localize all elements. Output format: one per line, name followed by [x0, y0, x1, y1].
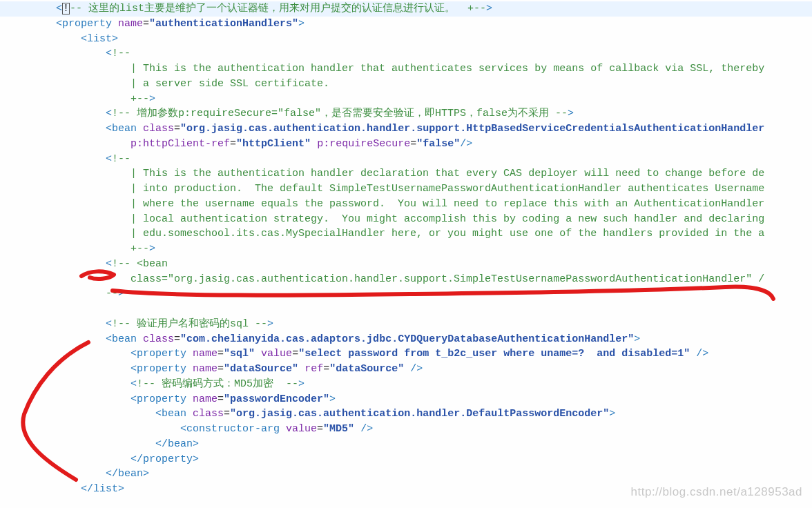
code-line: class="org.jasig.cas.authentication.hand…	[0, 272, 812, 287]
code-line: <!--	[0, 46, 812, 61]
code-line: </list>	[0, 482, 812, 497]
code-line: <constructor-arg value="MD5" />	[0, 422, 812, 437]
code-line: <property name="dataSource" ref="dataSou…	[0, 362, 812, 377]
code-line: </property>	[0, 452, 812, 467]
code-line: +-->	[0, 92, 812, 107]
code-line: | This is the authentication handler tha…	[0, 61, 812, 77]
code-line: <!-- 验证用户名和密码的sql -->	[0, 317, 812, 332]
code-line: | a server side SSL certificate.	[0, 77, 812, 92]
code-line: | into production. The default SimpleTes…	[0, 182, 812, 197]
code-line: </bean>	[0, 467, 812, 482]
code-line: <bean class="org.jasig.cas.authenticatio…	[0, 407, 812, 422]
code-line: <!--	[0, 152, 812, 167]
code-line: | local authentication strategy. You mig…	[0, 212, 812, 227]
code-line: <property name="authenticationHandlers">	[0, 17, 812, 32]
code-line: +-->	[0, 242, 812, 257]
code-line: <!-- <bean	[0, 257, 812, 272]
code-line: -->	[0, 286, 812, 302]
code-line: | where the username equals the password…	[0, 197, 812, 212]
code-line: <bean class="org.jasig.cas.authenticatio…	[0, 121, 812, 137]
code-line: <!-- 增加参数p:requireSecure="false"，是否需要安全验…	[0, 106, 812, 121]
code-line: | edu.someschool.its.cas.MySpecialHandle…	[0, 226, 812, 242]
code-block: <!-- 这里的list主要是维护了一个认证器链，用来对用户提交的认证信息进行认…	[0, 0, 812, 497]
code-line: <!-- 密码编码方式：MD5加密 -->	[0, 377, 812, 392]
code-line: <property name="passwordEncoder">	[0, 392, 812, 407]
code-line: | This is the authentication handler dec…	[0, 166, 812, 182]
code-line: <property name="sql" value="select passw…	[0, 346, 812, 362]
code-line	[0, 302, 812, 317]
code-line: p:httpClient-ref="httpClient" p:requireS…	[0, 137, 812, 152]
code-line: <bean class="com.chelianyida.cas.adaptor…	[0, 332, 812, 347]
code-line: </bean>	[0, 437, 812, 452]
code-line: <list>	[0, 32, 812, 47]
code-line: <!-- 这里的list主要是维护了一个认证器链，用来对用户提交的认证信息进行认…	[0, 1, 812, 17]
